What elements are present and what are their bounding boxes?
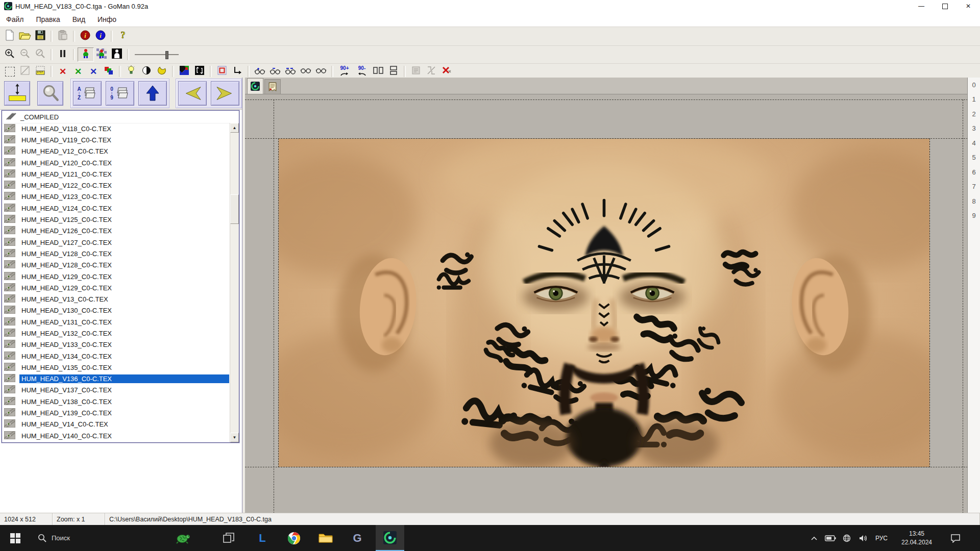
tray-language[interactable]: РУС	[871, 525, 892, 551]
channel-split-button[interactable]	[177, 65, 192, 78]
view-rgb-button[interactable]	[78, 47, 94, 62]
zoom-reset-button[interactable]	[33, 48, 48, 61]
open-file-button[interactable]	[17, 30, 33, 43]
list-item[interactable]: HUM_HEAD_V127_C0-C.TEX	[2, 237, 230, 248]
list-scrollbar[interactable]: ▲ ▼	[230, 123, 239, 442]
scroll-thumb[interactable]	[230, 194, 239, 224]
zoom-in-button[interactable]	[2, 48, 17, 61]
tray-clock[interactable]: 13:45 22.04.2024	[892, 525, 941, 551]
list-item[interactable]: HUM_HEAD_V138_C0-C.TEX	[2, 396, 230, 407]
mip-view2-button[interactable]	[313, 65, 329, 78]
viewer-canvas[interactable]	[245, 94, 968, 513]
mip-remove-all-button[interactable]	[283, 65, 298, 78]
rotate-ccw-button[interactable]: 90-	[353, 65, 371, 78]
list-item[interactable]: HUM_HEAD_V137_C0-C.TEX	[2, 385, 230, 396]
start-button[interactable]	[0, 525, 31, 551]
mip-level[interactable]: 2	[968, 107, 980, 121]
mip-level[interactable]: 1	[968, 92, 980, 107]
select-region-button[interactable]	[2, 65, 17, 78]
maximize-button[interactable]	[933, 0, 957, 12]
next-texture-button[interactable]	[211, 81, 239, 106]
list-item[interactable]: HUM_HEAD_V128_C0-C.TEX	[2, 260, 230, 271]
channels-button[interactable]	[101, 65, 116, 78]
brightness-button[interactable]	[124, 65, 139, 78]
preview-zoom-button[interactable]	[37, 81, 63, 106]
help-button[interactable]: ?	[115, 30, 131, 43]
zoom-out-button[interactable]	[17, 48, 33, 61]
menu-file[interactable]: Файл	[0, 12, 30, 27]
mip-level[interactable]: 0	[968, 78, 980, 92]
paste-button[interactable]	[55, 30, 70, 43]
prev-texture-button[interactable]	[178, 81, 207, 106]
list-item[interactable]: HUM_HEAD_V118_C0-C.TEX	[2, 123, 230, 134]
mirror-horizontal-button[interactable]	[371, 65, 386, 78]
gamma-button[interactable]	[154, 65, 169, 78]
list-item[interactable]: HUM_HEAD_V126_C0-C.TEX	[2, 226, 230, 237]
list-item[interactable]: HUM_HEAD_V14_C0-C.TEX	[2, 419, 230, 430]
menu-info[interactable]: Инфо	[91, 12, 122, 27]
mirror-vertical-button[interactable]	[386, 65, 401, 78]
sort-az-button[interactable]: A⋮Z	[73, 81, 102, 106]
tray-battery[interactable]	[823, 525, 838, 551]
mip-add-button[interactable]	[252, 65, 267, 78]
list-item[interactable]: HUM_HEAD_V130_C0-C.TEX	[2, 305, 230, 316]
list-header[interactable]: _COMPILED	[2, 111, 239, 123]
info-image-button[interactable]: i	[93, 30, 108, 43]
select-none-button[interactable]	[17, 65, 33, 78]
list-item[interactable]: HUM_HEAD_V129_C0-C.TEX	[2, 282, 230, 293]
texture-image[interactable]	[278, 138, 930, 467]
menu-edit[interactable]: Правка	[30, 12, 66, 27]
list-item[interactable]: HUM_HEAD_V119_C0-C.TEX	[2, 134, 230, 145]
tray-expand-button[interactable]	[806, 525, 822, 551]
tab-texture[interactable]	[247, 78, 263, 94]
delete-button[interactable]	[439, 65, 454, 78]
tray-network[interactable]	[839, 525, 854, 551]
view-mask-button[interactable]	[109, 48, 125, 61]
list-item[interactable]: HUM_HEAD_V134_C0-C.TEX	[2, 350, 230, 362]
invert-button[interactable]	[192, 65, 207, 78]
mip-level[interactable]: 8	[968, 194, 980, 209]
mip-level[interactable]: 5	[968, 151, 980, 165]
convert-button[interactable]	[424, 65, 439, 78]
menu-view[interactable]: Вид	[66, 12, 91, 27]
contrast-button[interactable]	[139, 65, 154, 78]
taskbar-g-app-icon[interactable]: G	[343, 525, 372, 551]
list-item[interactable]: HUM_HEAD_V129_C0-C.TEX	[2, 271, 230, 282]
clear-red-button[interactable]: ✕	[55, 65, 70, 78]
close-button[interactable]: ✕	[957, 0, 980, 12]
clear-green-button[interactable]: ✕	[70, 65, 86, 78]
search-box[interactable]: Поиск	[31, 525, 125, 551]
list-item[interactable]: HUM_HEAD_V12_C0-C.TEX	[2, 146, 230, 157]
new-file-button[interactable]	[2, 30, 17, 43]
tray-notifications[interactable]	[943, 525, 968, 551]
list-item[interactable]: HUM_HEAD_V140_C0-C.TEX	[2, 430, 230, 441]
list-item[interactable]: HUM_HEAD_V123_C0-C.TEX	[2, 191, 230, 203]
mip-view-button[interactable]	[298, 65, 313, 78]
taskbar-taskview-icon[interactable]	[214, 525, 243, 551]
scroll-up-button[interactable]: ▲	[230, 123, 239, 133]
pause-button[interactable]	[55, 48, 70, 61]
info-file-button[interactable]: i	[78, 30, 93, 43]
tray-volume[interactable]	[855, 525, 871, 551]
list-item[interactable]: HUM_HEAD_V136_C0-C.TEX	[2, 373, 230, 385]
mip-level[interactable]: 6	[968, 165, 980, 180]
crop-button[interactable]	[33, 65, 48, 78]
border-frame-button[interactable]	[214, 65, 230, 78]
fit-height-button[interactable]	[4, 81, 30, 106]
taskbar-goman-icon[interactable]	[376, 525, 404, 551]
mip-level[interactable]: 3	[968, 121, 980, 136]
scroll-down-button[interactable]: ▼	[230, 433, 239, 442]
mip-level[interactable]: 7	[968, 180, 980, 194]
save-button[interactable]	[33, 30, 48, 43]
list-item[interactable]: HUM_HEAD_V120_C0-C.TEX	[2, 157, 230, 168]
view-alpha-button[interactable]	[94, 48, 109, 61]
corner-button[interactable]	[230, 65, 245, 78]
alpha-slider[interactable]	[135, 51, 179, 59]
list-item[interactable]: HUM_HEAD_V131_C0-C.TEX	[2, 316, 230, 328]
list-item[interactable]: HUM_HEAD_V133_C0-C.TEX	[2, 339, 230, 350]
taskbar-chrome-icon[interactable]	[280, 525, 308, 551]
list-item[interactable]: HUM_HEAD_V135_C0-C.TEX	[2, 362, 230, 373]
list-item[interactable]: HUM_HEAD_V139_C0-C.TEX	[2, 407, 230, 418]
list-item[interactable]: HUM_HEAD_V128_C0-C.TEX	[2, 248, 230, 259]
mip-level[interactable]: 9	[968, 209, 980, 223]
